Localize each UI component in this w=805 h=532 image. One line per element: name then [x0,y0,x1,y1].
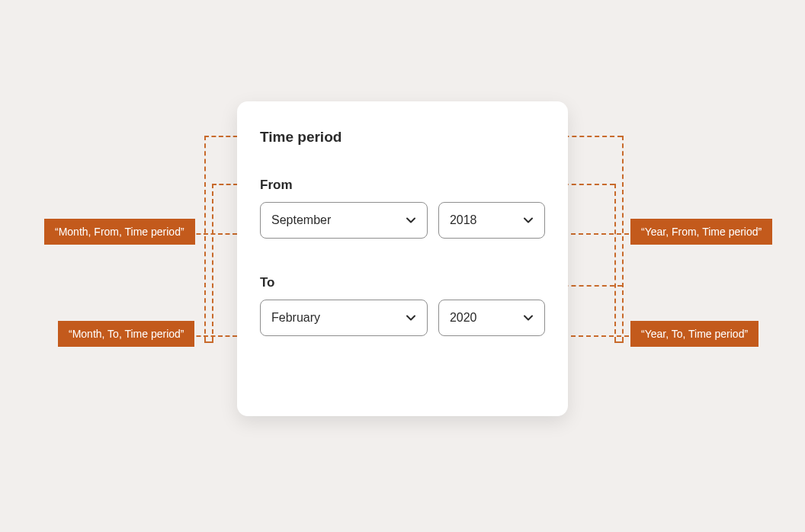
from-label: From [260,178,545,193]
annotation-year-to: “Year, To, Time period” [630,321,758,347]
chevron-down-icon [406,312,416,323]
connector-line [563,233,629,235]
to-label: To [260,275,545,290]
annotation-month-to: “Month, To, Time period” [58,321,194,347]
chevron-down-icon [523,215,534,226]
from-month-select[interactable]: September [260,202,428,239]
connector-line [622,136,624,341]
to-year-select[interactable]: 2020 [438,300,545,336]
to-month-select[interactable]: February [260,300,428,336]
to-month-value: February [271,311,320,325]
connector-line [204,341,213,343]
chevron-down-icon [406,215,416,226]
annotation-year-from: “Year, From, Time period” [630,219,772,245]
to-group: To February 2020 [260,275,545,336]
connector-line [212,184,213,341]
connector-line [614,184,616,341]
to-year-value: 2020 [450,311,477,325]
annotation-month-from: “Month, From, Time period” [44,219,195,245]
card-title: Time period [260,129,545,146]
chevron-down-icon [523,312,534,323]
from-group: From September 2018 [260,178,545,239]
connector-line [204,136,206,341]
to-select-row: February 2020 [260,300,545,336]
connector-line [563,335,629,337]
from-year-select[interactable]: 2018 [438,202,545,239]
from-select-row: September 2018 [260,202,545,239]
time-period-card: Time period From September 2018 To Febru… [237,101,568,416]
from-month-value: September [271,213,331,227]
from-year-value: 2018 [450,213,477,227]
connector-line [614,341,624,343]
